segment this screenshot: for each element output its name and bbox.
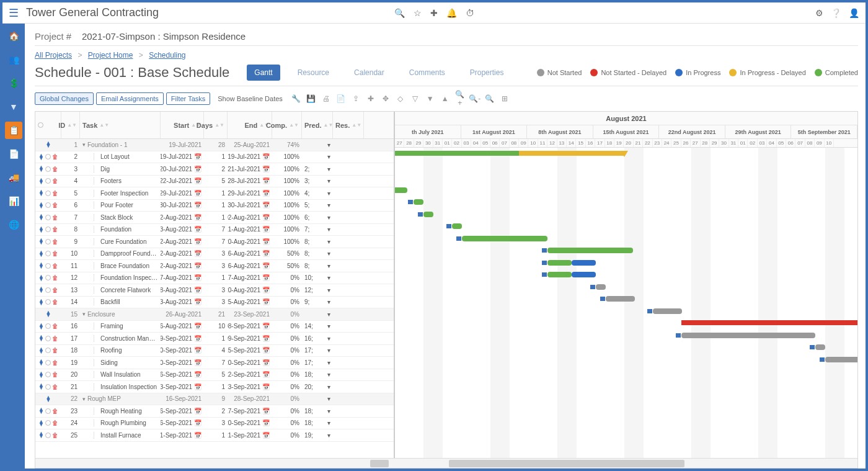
- table-row[interactable]: ▲▼🗑 21 Insulation Inspection 23-Sep-2021…: [35, 381, 394, 393]
- trash-icon[interactable]: 🗑: [52, 419, 58, 426]
- calendar-icon[interactable]: 📅: [262, 408, 270, 415]
- pred-dropdown-icon[interactable]: ▾: [327, 408, 330, 415]
- tab-resource[interactable]: Resource: [290, 65, 337, 81]
- calendar-icon[interactable]: 📅: [194, 153, 202, 160]
- hamburger-icon[interactable]: ☰: [6, 6, 21, 20]
- table-row[interactable]: ▲▼🗑 7 Stack Block 02-Aug-2021📅 1 02-Aug-…: [35, 212, 394, 224]
- gantt-bar[interactable]: [519, 151, 624, 156]
- calendar-icon[interactable]: 📅: [194, 419, 202, 426]
- calendar-icon[interactable]: 📅: [262, 190, 270, 197]
- select-radio[interactable]: [45, 202, 51, 208]
- calendar-icon[interactable]: 📅: [194, 262, 202, 269]
- calendar-icon[interactable]: 📅: [262, 371, 270, 378]
- calendar-icon[interactable]: 📅: [194, 238, 202, 245]
- trash-icon[interactable]: 🗑: [52, 166, 58, 173]
- table-row[interactable]: ▲▼ 1 ▾Foundation - 1 19-Jul-2021 28 25-A…: [35, 139, 394, 151]
- select-radio[interactable]: [45, 178, 51, 184]
- table-row[interactable]: ▲▼🗑 14 Backfill 23-Aug-2021📅 3 25-Aug-20…: [35, 297, 394, 309]
- calendar-icon[interactable]: 📅: [262, 238, 270, 245]
- pred-dropdown-icon[interactable]: ▾: [327, 141, 330, 148]
- trash-icon[interactable]: 🗑: [52, 384, 58, 390]
- table-row[interactable]: ▲▼🗑 12 Foundation Inspection 17-Aug-2021…: [35, 272, 394, 285]
- add-icon[interactable]: ✚: [430, 8, 438, 18]
- gantt-bar[interactable]: [547, 272, 572, 277]
- pred-dropdown-icon[interactable]: ▾: [327, 335, 330, 342]
- gantt-bar[interactable]: [414, 199, 423, 205]
- expand-icon[interactable]: ▼: [424, 94, 436, 103]
- export-icon[interactable]: ⇪: [350, 94, 362, 103]
- gantt-bar[interactable]: [681, 333, 815, 338]
- gantt-bar[interactable]: [462, 236, 547, 241]
- calendar-icon[interactable]: 📅: [194, 214, 202, 221]
- pred-dropdown-icon[interactable]: ▾: [327, 384, 330, 390]
- zoom-out-icon[interactable]: 🔍-: [469, 94, 481, 103]
- expand-icon[interactable]: ▾: [82, 396, 86, 402]
- columns-icon[interactable]: ⊞: [498, 94, 511, 103]
- gantt-bar[interactable]: [681, 320, 857, 325]
- table-row[interactable]: ▲▼🗑 9 Cure Foundation 12-Aug-2021📅 7 20-…: [35, 236, 394, 248]
- trash-icon[interactable]: 🗑: [52, 323, 58, 330]
- table-row[interactable]: ▲▼🗑 25 Install Furnace 21-Sep-2021📅 1 21…: [35, 429, 394, 442]
- select-radio[interactable]: [45, 336, 51, 341]
- trash-icon[interactable]: 🗑: [52, 287, 58, 294]
- calendar-icon[interactable]: 📅: [194, 226, 202, 233]
- calendar-icon[interactable]: 📅: [262, 298, 270, 305]
- nav-report-icon[interactable]: 📊: [5, 192, 22, 210]
- tab-properties[interactable]: Properties: [463, 65, 512, 81]
- calendar-icon[interactable]: 📅: [262, 287, 270, 294]
- pred-dropdown-icon[interactable]: ▾: [327, 311, 330, 318]
- user-icon[interactable]: 👤: [849, 8, 859, 18]
- trash-icon[interactable]: 🗑: [52, 371, 58, 378]
- pred-dropdown-icon[interactable]: ▾: [327, 274, 330, 281]
- tab-gantt[interactable]: Gantt: [247, 65, 280, 81]
- table-row[interactable]: ▲▼🗑 4 Footers 22-Jul-2021📅 5 28-Jul-2021…: [35, 176, 394, 188]
- select-radio[interactable]: [45, 433, 51, 438]
- trash-icon[interactable]: 🗑: [52, 262, 58, 269]
- reorder-icon[interactable]: ▲▼: [38, 420, 44, 426]
- calendar-icon[interactable]: 📅: [194, 287, 202, 294]
- nav-doc-icon[interactable]: 📄: [5, 145, 22, 163]
- outdent-icon[interactable]: ◇: [394, 94, 407, 103]
- pred-dropdown-icon[interactable]: ▾: [327, 419, 330, 426]
- nav-schedule-icon[interactable]: 📋: [5, 122, 22, 139]
- calendar-icon[interactable]: 📅: [194, 298, 202, 305]
- calendar-icon[interactable]: 📅: [194, 335, 202, 342]
- table-row[interactable]: ▲▼🗑 3 Dig 20-Jul-2021📅 2 21-Jul-2021📅 10…: [35, 163, 394, 176]
- table-row[interactable]: ▲▼🗑 16 Framing 26-Aug-2021📅 10 08-Sep-20…: [35, 321, 394, 333]
- gantt-bar[interactable]: [547, 248, 633, 253]
- wrench-icon[interactable]: 🔧: [290, 94, 303, 103]
- reorder-icon[interactable]: ▲▼: [38, 227, 44, 233]
- table-row[interactable]: ▲▼🗑 18 Roofing 10-Sep-2021📅 4 15-Sep-202…: [35, 345, 394, 357]
- gantt-bar[interactable]: [547, 260, 572, 266]
- gear-icon[interactable]: ⚙: [815, 8, 823, 18]
- trash-icon[interactable]: 🗑: [52, 359, 58, 366]
- table-row[interactable]: ▲▼🗑 10 Dampproof Foundation 12-Aug-2021📅…: [35, 248, 394, 261]
- reorder-icon[interactable]: ▲▼: [38, 372, 44, 378]
- gantt-bar[interactable]: [572, 260, 596, 266]
- reorder-icon[interactable]: ▲▼: [38, 166, 44, 172]
- gantt-bar[interactable]: [606, 296, 635, 302]
- calendar-icon[interactable]: 📅: [262, 274, 270, 281]
- select-radio[interactable]: [45, 275, 51, 280]
- select-radio[interactable]: [45, 420, 51, 426]
- timer-icon[interactable]: ⏱: [466, 8, 474, 18]
- horizontal-scrollbar[interactable]: [35, 458, 857, 468]
- expand-icon[interactable]: ▾: [82, 141, 86, 148]
- add-task-icon[interactable]: ✚: [365, 94, 377, 103]
- table-row[interactable]: ▲▼🗑 11 Brace Foundation 12-Aug-2021📅 3 1…: [35, 260, 394, 272]
- table-row[interactable]: ▲▼🗑 13 Concrete Flatwork 18-Aug-2021📅 3 …: [35, 284, 394, 297]
- calendar-icon[interactable]: 📅: [194, 250, 202, 257]
- select-radio[interactable]: [45, 408, 51, 414]
- trash-icon[interactable]: 🗑: [52, 347, 58, 354]
- reorder-icon[interactable]: ▲▼: [46, 396, 51, 402]
- select-radio[interactable]: [45, 384, 51, 390]
- pred-dropdown-icon[interactable]: ▾: [327, 214, 330, 221]
- calendar-icon[interactable]: 📅: [262, 432, 270, 439]
- star-icon[interactable]: ☆: [414, 8, 422, 18]
- zoom-fit-icon[interactable]: 🔍: [484, 94, 496, 103]
- nav-truck-icon[interactable]: 🚚: [5, 169, 22, 186]
- calendar-icon[interactable]: 📅: [262, 323, 270, 330]
- gantt-chart[interactable]: [395, 148, 857, 458]
- pred-dropdown-icon[interactable]: ▾: [327, 287, 330, 294]
- pred-dropdown-icon[interactable]: ▾: [327, 298, 330, 305]
